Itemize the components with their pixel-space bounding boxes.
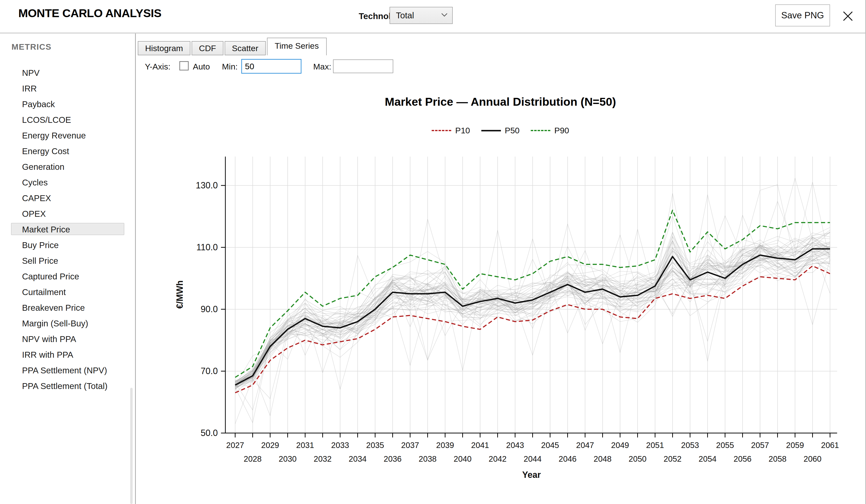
max-input[interactable]: [333, 59, 393, 73]
x-tick-label: 2045: [533, 439, 567, 451]
x-tick-label: 2048: [586, 453, 620, 465]
x-tick-label: 2027: [218, 439, 252, 451]
x-tick-label: 2028: [236, 453, 270, 465]
x-tick-label: 2032: [306, 453, 340, 465]
p50-line-swatch: [481, 130, 501, 131]
x-tick-label: 2046: [551, 453, 585, 465]
x-tick-label: 2031: [288, 439, 322, 451]
tab-cdf[interactable]: CDF: [192, 41, 223, 55]
close-icon: [842, 11, 854, 22]
close-button[interactable]: [839, 9, 856, 23]
chart-legend: P10 P50 P90: [427, 126, 574, 135]
x-tick-label: 2036: [376, 453, 410, 465]
max-label: Max:: [313, 61, 331, 71]
x-tick-label: 2041: [463, 439, 497, 451]
p90-line-swatch: [531, 130, 550, 131]
x-tick-label: 2058: [760, 453, 795, 465]
legend-label-p90: P90: [554, 126, 569, 135]
time-series-plot: [215, 154, 847, 440]
x-tick-label: 2053: [673, 439, 707, 451]
x-tick-label: 2050: [621, 453, 655, 465]
sidebar-item-sell-price[interactable]: Sell Price: [11, 254, 124, 267]
x-tick-label: 2051: [638, 439, 672, 451]
tab-histogram[interactable]: Histogram: [138, 41, 190, 55]
y-tick-label: 50.0: [171, 427, 218, 439]
min-label: Min:: [222, 61, 237, 71]
legend-item-p50: P50: [481, 126, 520, 135]
sidebar-item-breakeven-price[interactable]: Breakeven Price: [11, 301, 124, 313]
legend-item-p90: P90: [531, 126, 569, 135]
chevron-down-icon: [441, 13, 448, 18]
sidebar-scrollbar[interactable]: [130, 388, 133, 504]
sidebar-item-opex[interactable]: OPEX: [11, 207, 124, 220]
x-tick-label: 2040: [446, 453, 480, 465]
app-title: MONTE CARLO ANALYSIS: [18, 7, 162, 20]
y-tick-label: 130.0: [171, 179, 218, 192]
min-input[interactable]: [241, 59, 301, 74]
sidebar-item-generation[interactable]: Generation: [11, 160, 124, 172]
legend-label-p10: P10: [455, 126, 470, 135]
monte-carlo-analysis-window: MONTE CARLO ANALYSIS Technology: Total S…: [0, 0, 866, 504]
x-tick-label: 2055: [708, 439, 742, 451]
sidebar-item-energy-cost[interactable]: Energy Cost: [11, 145, 124, 157]
sidebar-divider: [135, 34, 136, 504]
p10-line-swatch: [432, 130, 451, 131]
sidebar-item-market-price[interactable]: Market Price: [11, 223, 124, 235]
x-tick-label: 2054: [690, 453, 725, 465]
sidebar-item-npv[interactable]: NPV: [11, 66, 124, 79]
x-tick-label: 2035: [358, 439, 392, 451]
x-tick-label: 2059: [778, 439, 812, 451]
sidebar-item-ppa-settlement-npv-[interactable]: PPA Settlement (NPV): [11, 364, 124, 376]
y-axis-label: Y-Axis:: [145, 61, 170, 71]
y-tick-label: 70.0: [171, 365, 218, 377]
metrics-list: NPVIRRPaybackLCOS/LCOEEnergy RevenueEner…: [11, 66, 124, 395]
auto-label: Auto: [193, 61, 210, 71]
tab-strip: HistogramCDFScatterTime Series: [138, 38, 327, 55]
x-tick-label: 2061: [813, 439, 847, 451]
x-tick-label: 2034: [341, 453, 375, 465]
header-divider: [0, 33, 866, 34]
sidebar-item-npv-with-ppa[interactable]: NPV with PPA: [11, 333, 124, 345]
save-png-button[interactable]: Save PNG: [775, 4, 830, 26]
tab-scatter[interactable]: Scatter: [225, 41, 266, 55]
tab-time-series[interactable]: Time Series: [267, 38, 327, 55]
y-axis-title: €/MWh: [175, 270, 185, 319]
x-axis-title: Year: [507, 470, 556, 480]
x-tick-label: 2049: [603, 439, 637, 451]
x-tick-label: 2044: [515, 453, 550, 465]
metrics-heading: METRICS: [11, 42, 52, 52]
x-tick-label: 2039: [428, 439, 462, 451]
x-tick-label: 2052: [656, 453, 690, 465]
sidebar-item-energy-revenue[interactable]: Energy Revenue: [11, 129, 124, 141]
technology-select[interactable]: Total: [390, 7, 453, 24]
auto-checkbox[interactable]: [179, 61, 189, 70]
sidebar-item-curtailment[interactable]: Curtailment: [11, 285, 124, 298]
technology-selected-value: Total: [396, 11, 441, 20]
x-tick-label: 2043: [498, 439, 532, 451]
y-tick-label: 110.0: [171, 241, 218, 254]
x-tick-label: 2057: [743, 439, 777, 451]
sidebar-item-lcos-lcoe[interactable]: LCOS/LCOE: [11, 113, 124, 125]
sidebar-item-capex[interactable]: CAPEX: [11, 192, 124, 204]
sidebar-item-cycles[interactable]: Cycles: [11, 176, 124, 188]
sidebar-item-payback[interactable]: Payback: [11, 98, 124, 110]
sidebar-item-irr[interactable]: IRR: [11, 82, 124, 94]
x-tick-label: 2029: [253, 439, 287, 451]
sidebar-item-captured-price[interactable]: Captured Price: [11, 270, 124, 282]
sidebar-item-irr-with-ppa[interactable]: IRR with PPA: [11, 348, 124, 360]
x-tick-label: 2047: [568, 439, 602, 451]
x-tick-label: 2030: [271, 453, 305, 465]
x-tick-label: 2060: [796, 453, 830, 465]
x-tick-label: 2056: [725, 453, 760, 465]
sidebar-item-buy-price[interactable]: Buy Price: [11, 238, 124, 251]
save-png-label: Save PNG: [781, 10, 824, 21]
x-tick-label: 2038: [411, 453, 445, 465]
x-tick-label: 2037: [393, 439, 427, 451]
legend-item-p10: P10: [432, 126, 470, 135]
sidebar-item-ppa-settlement-total-[interactable]: PPA Settlement (Total): [11, 380, 124, 392]
chart-title: Market Price — Annual Distribution (N=50…: [292, 95, 708, 108]
x-tick-label: 2042: [480, 453, 515, 465]
legend-label-p50: P50: [505, 126, 520, 135]
sidebar-item-margin-sell-buy-[interactable]: Margin (Sell-Buy): [11, 317, 124, 329]
x-tick-label: 2033: [323, 439, 357, 451]
